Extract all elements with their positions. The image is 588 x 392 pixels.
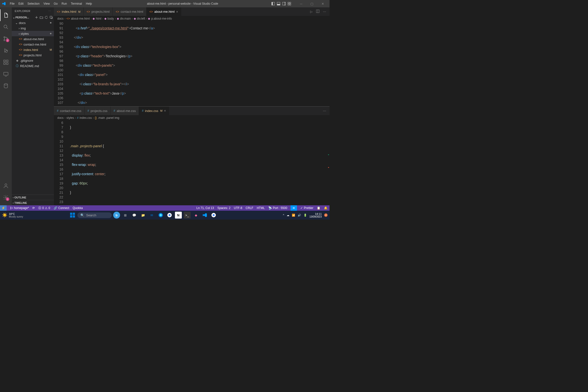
file-contact-me[interactable]: <>contact-me.html (12, 42, 54, 47)
code-editor-bottom[interactable]: 67891011121314151617181920212223 } .main… (54, 120, 330, 206)
prettier-status[interactable]: ✓ Prettier (300, 206, 313, 210)
refresh-icon[interactable] (44, 16, 48, 19)
code-content[interactable]: <a href="../pages/contact-me.html">Conta… (66, 21, 326, 106)
chat-icon[interactable]: 💬 (131, 212, 138, 218)
breadcrumb-item[interactable]: html (96, 17, 102, 20)
feedback-icon[interactable]: 📋 (317, 206, 320, 210)
file-index[interactable]: <>index.htmlM (12, 47, 54, 52)
database-icon[interactable] (0, 80, 12, 92)
explorer-icon[interactable] (0, 9, 12, 21)
taskbar-search[interactable]: 🔍Search (78, 212, 112, 218)
file-about-me[interactable]: <>about-me.html (12, 36, 54, 42)
remote-indicator[interactable]: ⚡ (0, 205, 6, 211)
minimap[interactable] (326, 120, 330, 206)
source-control-icon[interactable]: 2 (0, 33, 12, 44)
layout-sidebar-right-icon[interactable] (282, 2, 286, 6)
indent-status[interactable]: Spaces: 2 (217, 206, 230, 210)
breadcrumb-top[interactable]: docs› <>about-me.html› ⬢html› ⬢body› ⬢di… (54, 16, 330, 21)
app-icon[interactable]: ◆ (192, 212, 200, 218)
notion-icon[interactable]: N (175, 212, 182, 218)
problems[interactable]: ⓧ 0 ⚠ 0 (38, 206, 50, 210)
tab-about-html[interactable]: <>about-me.html× (146, 7, 181, 16)
layout-customize-icon[interactable] (288, 2, 291, 6)
volume-icon[interactable]: 🔊 (298, 214, 301, 217)
tab-index-css[interactable]: #index.cssM× (139, 106, 169, 115)
collapse-all-icon[interactable] (50, 16, 53, 19)
layout-sidebar-left-icon[interactable] (271, 2, 275, 6)
menu-run[interactable]: Run (60, 1, 69, 6)
encoding-status[interactable]: UTF-8 (234, 206, 242, 210)
language-mode[interactable]: HTML (257, 206, 265, 210)
copilot-icon[interactable] (290, 205, 297, 211)
wifi-icon[interactable]: 📶 (292, 214, 295, 217)
tab-index-html[interactable]: <>index.htmlM (54, 7, 84, 16)
edge-icon[interactable] (157, 212, 164, 218)
clock-time[interactable]: 14:11 (310, 212, 322, 215)
new-folder-icon[interactable] (40, 16, 43, 19)
task-view-icon[interactable]: ⊞ (122, 212, 129, 218)
clock-date[interactable]: 13/09/2023 (310, 215, 322, 218)
notification-badge[interactable]: 4 (324, 214, 328, 217)
code-editor-top[interactable]: 9091929394959697989910010110210310410510… (54, 21, 330, 106)
run-icon[interactable]: ▷ (310, 10, 312, 14)
battery-icon[interactable]: 🔋 (304, 214, 307, 217)
breadcrumb-item[interactable]: p.about-me-info (151, 17, 172, 20)
bing-icon[interactable]: b (113, 212, 120, 218)
extensions-icon[interactable] (0, 56, 12, 68)
more-icon[interactable]: ⋯ (323, 10, 326, 14)
run-debug-icon[interactable] (0, 44, 12, 56)
menu-go[interactable]: Go (52, 1, 60, 6)
close-icon[interactable]: × (164, 109, 166, 113)
close-icon[interactable]: × (176, 10, 178, 14)
tab-contact-css[interactable]: #contact-me.css (54, 106, 84, 115)
eol-status[interactable]: CRLF (246, 206, 253, 210)
settings-gear-icon[interactable]: 1 (0, 192, 12, 203)
file-projects[interactable]: <>projects.html (12, 52, 54, 58)
breadcrumb-item[interactable]: body (108, 17, 114, 20)
file-gitignore[interactable]: ◆.gitignore (12, 58, 54, 63)
breadcrumb-bottom[interactable]: docs› styles› #index.css› {}.main .panel… (54, 115, 330, 120)
project-header[interactable]: ⌄ PERSON... (12, 15, 54, 20)
file-readme[interactable]: ⓘREADME.md (12, 63, 54, 68)
code-content[interactable]: } .main .projects-panel { display: flex;… (66, 120, 326, 206)
start-button[interactable] (69, 212, 76, 218)
more-icon[interactable]: ⋯ (323, 109, 326, 113)
breadcrumb-item[interactable]: about-me.html (71, 17, 90, 20)
vscode-taskbar-icon[interactable] (202, 212, 208, 218)
git-branch[interactable]: homepage* (10, 206, 29, 210)
tray-chevron-icon[interactable]: ^ (283, 214, 284, 216)
breadcrumb-item[interactable]: index.css (80, 116, 92, 120)
breadcrumb-item[interactable]: div.left (137, 17, 145, 20)
minimize-button[interactable]: ─ (296, 0, 306, 7)
breadcrumb-item[interactable]: styles (66, 116, 74, 120)
chrome-icon-2[interactable] (210, 212, 217, 218)
menu-terminal[interactable]: Terminal (69, 1, 84, 6)
tab-about-css[interactable]: #about-me.css (110, 106, 139, 115)
connect-button[interactable]: 🔗 Connect (54, 206, 69, 210)
new-file-icon[interactable] (35, 16, 38, 19)
breadcrumb-item[interactable]: docs (57, 116, 64, 120)
split-editor-icon[interactable] (316, 10, 320, 14)
menu-help[interactable]: Help (84, 1, 94, 6)
outline-section[interactable]: › OUTLINE (12, 194, 54, 200)
search-icon[interactable] (0, 21, 12, 33)
mail-icon[interactable]: ✉ (148, 212, 155, 218)
live-server-port[interactable]: 📡 Port : 5500 (268, 206, 288, 210)
folder-styles[interactable]: ›styles (12, 31, 54, 36)
timeline-section[interactable]: › TIMELINE (12, 200, 54, 205)
remote-icon[interactable] (0, 68, 12, 80)
account-icon[interactable] (0, 180, 12, 192)
breadcrumb-item[interactable]: div.main (120, 17, 131, 20)
tab-contact-html[interactable]: <>contact-me.html (113, 7, 146, 16)
tab-projects-html[interactable]: <>projects.html (84, 7, 113, 16)
quokka-status[interactable]: Quokka (72, 206, 82, 210)
weather-widget[interactable]: ☀️ 18°CMostly sunny (2, 212, 23, 218)
layout-panel-icon[interactable] (276, 2, 280, 6)
maximize-button[interactable]: ▢ (307, 0, 317, 7)
sync-icon[interactable]: ⟳ (32, 206, 35, 210)
cursor-position[interactable]: Ln 71, Col 13 (196, 206, 214, 210)
minimap[interactable] (326, 21, 330, 106)
chrome-icon[interactable] (166, 212, 173, 218)
menu-file[interactable]: File (8, 1, 16, 6)
close-button[interactable]: ✕ (318, 0, 328, 7)
